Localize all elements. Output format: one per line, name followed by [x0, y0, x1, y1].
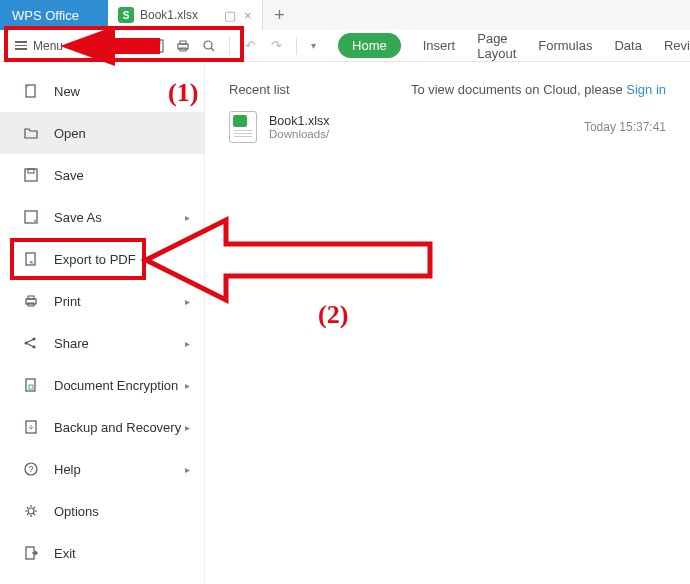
tab-detach-icon[interactable]: ▢: [224, 8, 236, 23]
hamburger-icon: [15, 41, 27, 50]
menu-button-label: Menu: [33, 39, 63, 53]
menu-item-label: Export to PDF: [54, 252, 136, 267]
lock-icon: [22, 376, 40, 394]
menu-item-label: Share: [54, 336, 89, 351]
main-area: New Open Save Save As ▸ Export to PDF Pr…: [0, 62, 690, 584]
cloud-prompt-text: To view documents on Cloud, please: [411, 82, 626, 97]
menu-item-new[interactable]: New: [0, 70, 204, 112]
save-icon[interactable]: [147, 36, 167, 56]
tab-data[interactable]: Data: [614, 38, 641, 53]
title-bar: WPS Office S Book1.xlsx ▢ × +: [0, 0, 690, 30]
submenu-indicator-icon: ▸: [185, 380, 190, 391]
spreadsheet-icon: S: [118, 7, 134, 23]
svg-rect-4: [180, 41, 186, 44]
menu-item-exit[interactable]: Exit: [0, 532, 204, 574]
menu-item-label: Open: [54, 126, 86, 141]
content-area: Recent list To view documents on Cloud, …: [205, 62, 690, 584]
file-menu-panel: New Open Save Save As ▸ Export to PDF Pr…: [0, 62, 205, 584]
submenu-indicator-icon: ▸: [185, 296, 190, 307]
share-icon: [22, 334, 40, 352]
svg-point-15: [25, 342, 28, 345]
separator: [296, 37, 297, 55]
tab-insert[interactable]: Insert: [423, 38, 456, 53]
menu-item-label: Save As: [54, 210, 102, 225]
svg-point-6: [204, 41, 212, 49]
menu-item-options[interactable]: Options: [0, 490, 204, 532]
menu-item-label: Help: [54, 462, 81, 477]
menu-item-open[interactable]: Open: [0, 112, 204, 154]
recent-file-path: Downloads/: [269, 128, 329, 140]
menu-item-label: Save: [54, 168, 84, 183]
chevron-down-icon: ▾: [73, 40, 78, 51]
document-tab[interactable]: S Book1.xlsx ▢ ×: [108, 0, 263, 30]
ribbon-tabs: Home Insert Page Layout Formulas Data Re…: [338, 31, 690, 61]
svg-rect-1: [151, 40, 163, 52]
svg-rect-8: [25, 169, 37, 181]
recent-file-name: Book1.xlsx: [269, 114, 329, 128]
menu-item-backup[interactable]: Backup and Recovery ▸: [0, 406, 204, 448]
tab-formulas[interactable]: Formulas: [538, 38, 592, 53]
save-as-icon: [22, 208, 40, 226]
open-icon: [22, 124, 40, 142]
menu-button[interactable]: Menu ▾: [6, 33, 87, 59]
backup-icon: [22, 418, 40, 436]
redo-icon[interactable]: ↷: [266, 36, 286, 56]
svg-point-16: [33, 338, 36, 341]
menu-item-label: Options: [54, 504, 99, 519]
menu-item-share[interactable]: Share ▸: [0, 322, 204, 364]
print-icon[interactable]: [173, 36, 193, 56]
print-preview-icon[interactable]: [199, 36, 219, 56]
spreadsheet-doc-icon: [229, 111, 257, 143]
menu-item-save[interactable]: Save: [0, 154, 204, 196]
menu-item-label: Exit: [54, 546, 76, 561]
submenu-indicator-icon: ▸: [185, 422, 190, 433]
submenu-indicator-icon: ▸: [185, 338, 190, 349]
sign-in-link[interactable]: Sign in: [626, 82, 666, 97]
svg-text:?: ?: [28, 464, 33, 474]
menu-item-help[interactable]: ? Help ▸: [0, 448, 204, 490]
recent-header: Recent list To view documents on Cloud, …: [229, 82, 666, 97]
qat-dropdown-icon[interactable]: ▾: [311, 40, 316, 51]
new-tab-button[interactable]: +: [263, 0, 297, 30]
menu-item-label: Document Encryption: [54, 378, 178, 393]
tab-page-layout[interactable]: Page Layout: [477, 31, 516, 61]
exit-icon: [22, 544, 40, 562]
recent-file-meta: Book1.xlsx Downloads/: [269, 114, 329, 140]
menu-item-encryption[interactable]: Document Encryption ▸: [0, 364, 204, 406]
tab-home[interactable]: Home: [338, 33, 401, 58]
svg-rect-13: [28, 296, 34, 299]
svg-point-23: [28, 508, 34, 514]
submenu-indicator-icon: ▸: [185, 464, 190, 475]
print-icon: [22, 292, 40, 310]
gear-icon: [22, 502, 40, 520]
menu-item-export-pdf[interactable]: Export to PDF: [0, 238, 204, 280]
new-icon: [22, 82, 40, 100]
menu-item-print[interactable]: Print ▸: [0, 280, 204, 322]
submenu-indicator-icon: ▸: [185, 212, 190, 223]
undo-icon[interactable]: ↶: [240, 36, 260, 56]
menu-item-label: Print: [54, 294, 81, 309]
menu-item-label: New: [54, 84, 80, 99]
tab-review[interactable]: Review: [664, 38, 690, 53]
menu-item-save-as[interactable]: Save As ▸: [0, 196, 204, 238]
toolbar: Menu ▾ ↶ ↷ ▾ Home Insert Page Layout For…: [0, 30, 690, 62]
tab-close-icon[interactable]: ×: [244, 8, 252, 23]
export-pdf-icon: [22, 250, 40, 268]
recent-list-label: Recent list: [229, 82, 290, 97]
help-icon: ?: [22, 460, 40, 478]
app-title: WPS Office: [0, 0, 108, 30]
tab-controls: ▢ ×: [224, 8, 252, 23]
menu-item-label: Backup and Recovery: [54, 420, 181, 435]
svg-rect-9: [28, 169, 34, 173]
recent-file-time: Today 15:37:41: [584, 120, 666, 134]
svg-point-17: [33, 346, 36, 349]
svg-rect-0: [99, 40, 109, 52]
separator: [229, 37, 230, 55]
svg-rect-19: [29, 385, 33, 389]
quick-access-toolbar: ↶ ↷ ▾: [95, 36, 316, 56]
new-file-icon[interactable]: [95, 36, 115, 56]
tab-filename: Book1.xlsx: [140, 8, 198, 22]
save-icon: [22, 166, 40, 184]
recent-file-row[interactable]: Book1.xlsx Downloads/ Today 15:37:41: [229, 111, 666, 143]
open-file-icon[interactable]: [121, 36, 141, 56]
